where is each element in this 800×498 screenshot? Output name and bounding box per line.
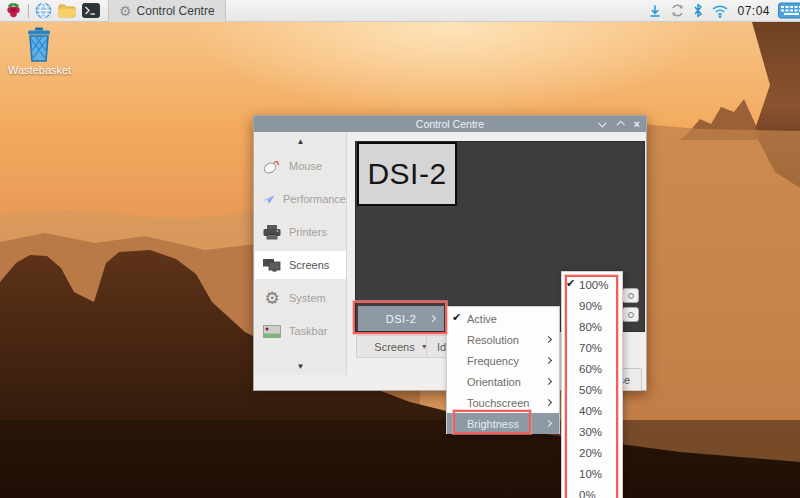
sidebar-item-printers[interactable]: Printers [255,218,346,246]
sidebar-item-label: Performance [283,193,346,205]
brightness-option-20[interactable]: 20% [562,442,622,463]
sidebar-item-label: System [289,292,326,304]
chevron-right-icon [545,378,552,385]
brightness-option-label: 0% [579,489,596,498]
sidebar-scroll-up[interactable]: ▲ [255,137,346,146]
keyboard-icon[interactable] [778,2,800,19]
sidebar-item-label: Screens [289,259,329,271]
taskbar-separator [28,4,29,18]
chevron-right-icon [545,420,552,427]
layout-zoom-out-button[interactable] [622,307,639,322]
web-browser-icon[interactable] [35,2,52,19]
mouse-icon [262,158,282,174]
screens-icon [262,257,282,273]
brightness-option-label: 100% [579,279,608,291]
sidebar-item-screens[interactable]: Screens [255,251,346,279]
brightness-option-label: 50% [579,384,602,396]
raspberry-menu-icon[interactable] [5,2,22,19]
brightness-option-label: 20% [579,447,602,459]
taskbar: ⚙ Control Centre [0,0,800,22]
menu-item-label: Resolution [467,334,519,346]
sidebar-item-system[interactable]: ⚙ System [255,284,346,312]
sidebar-item-label: Taskbar [289,325,328,337]
chevron-right-icon [429,315,436,322]
taskbar-launchers [0,2,100,19]
task-button-label: Control Centre [137,4,215,18]
wastebasket-desktop-icon[interactable]: Wastebasket [8,27,70,76]
window-titlebar[interactable]: Control Centre × [254,116,646,132]
maximize-icon[interactable] [616,120,624,128]
menu-item-touchscreen[interactable]: Touchscreen [447,392,559,413]
brightness-option-label: 30% [579,426,602,438]
menu-item-label: Active [467,313,497,325]
sidebar: ▲ Mouse Performance Printers [255,132,347,375]
clock[interactable]: 07:04 [737,4,770,18]
taskbar-settings-icon [262,324,282,339]
brightness-option-label: 10% [579,468,602,480]
menu-item-brightness[interactable]: Brightness [447,413,559,434]
check-icon: ✔ [566,277,575,290]
brightness-option-label: 80% [579,321,602,333]
chevron-right-icon [545,399,552,406]
menu-item-label: Touchscreen [467,397,529,409]
gear-icon: ⚙ [119,4,132,18]
menu-item-label: Orientation [467,376,521,388]
gear-icon: ⚙ [262,290,282,307]
brightness-option-80[interactable]: 80% [562,316,622,337]
menu-item-label: Brightness [467,418,519,430]
brightness-option-0[interactable]: 0% [562,484,622,498]
check-icon: ✔ [452,311,461,324]
printer-icon [262,224,282,240]
paper-plane-icon [262,192,276,207]
screen-select-dropdown[interactable]: DSI-2 [358,306,444,331]
magnifier-icon [628,312,634,318]
chevron-right-icon [545,357,552,364]
sync-icon[interactable] [670,3,685,18]
brightness-option-40[interactable]: 40% [562,400,622,421]
brightness-option-30[interactable]: 30% [562,421,622,442]
brightness-option-label: 90% [579,300,602,312]
screen-preview-dsi2[interactable]: DSI-2 [357,142,457,206]
brightness-submenu: ✔ 100% 90% 80% 70% 60% 50% 40% 30% 20% 1… [561,271,623,498]
taskbar-status-area: 07:04 [648,2,800,19]
brightness-option-50[interactable]: 50% [562,379,622,400]
window-controls: × [600,116,640,132]
sidebar-item-performance[interactable]: Performance [255,185,346,213]
menu-item-resolution[interactable]: Resolution [447,329,559,350]
bluetooth-icon[interactable] [693,3,703,18]
brightness-option-90[interactable]: 90% [562,295,622,316]
magnifier-icon [628,293,634,299]
sidebar-item-label: Printers [289,226,327,238]
wifi-icon[interactable] [711,4,729,18]
brightness-option-label: 60% [579,363,602,375]
file-manager-icon[interactable] [58,3,76,18]
brightness-option-10[interactable]: 10% [562,463,622,484]
screen-preview-label: DSI-2 [367,157,446,191]
layout-zoom-in-button[interactable] [622,288,639,303]
menu-item-frequency[interactable]: Frequency [447,350,559,371]
screen-context-menu: ✔ Active Resolution Frequency Orientatio… [446,306,560,434]
minimize-icon[interactable] [598,119,606,127]
updates-download-icon[interactable] [648,4,662,18]
wastebasket-label: Wastebasket [8,64,70,76]
brightness-option-label: 70% [579,342,602,354]
screen-select-label: DSI-2 [386,313,417,325]
sidebar-item-mouse[interactable]: Mouse [255,152,346,180]
brightness-option-70[interactable]: 70% [562,337,622,358]
close-window-icon[interactable]: × [634,119,640,130]
sidebar-scroll-down[interactable]: ▼ [255,362,346,371]
brightness-option-100[interactable]: ✔ 100% [562,274,622,295]
terminal-icon[interactable] [82,3,100,18]
window-title: Control Centre [416,118,484,130]
taskbar-task-control-centre[interactable]: ⚙ Control Centre [108,0,226,22]
menu-item-active[interactable]: ✔ Active [447,308,559,329]
menu-item-label: Frequency [467,355,519,367]
brightness-option-label: 40% [579,405,602,417]
sidebar-item-taskbar[interactable]: Taskbar [255,317,346,345]
wastebasket-icon [22,27,56,63]
brightness-option-60[interactable]: 60% [562,358,622,379]
chevron-right-icon [545,336,552,343]
screens-dropdown-label: Screens [374,341,414,353]
menu-item-orientation[interactable]: Orientation [447,371,559,392]
sidebar-item-label: Mouse [289,160,322,172]
